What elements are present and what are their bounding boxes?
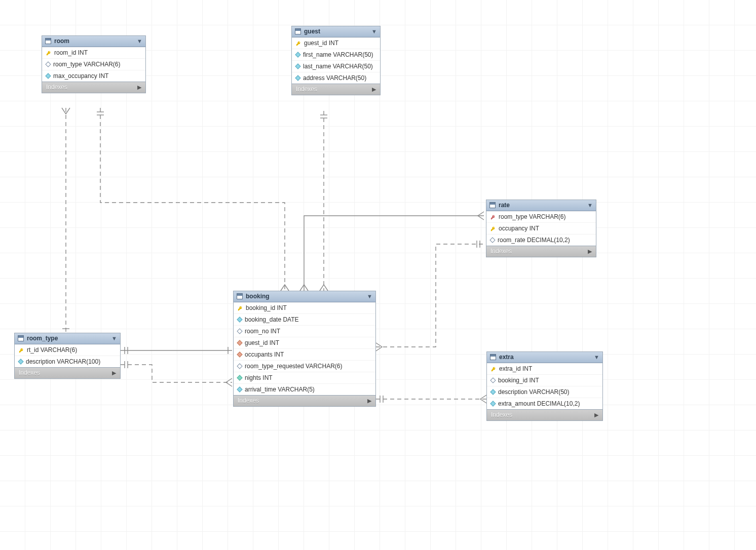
table-booking[interactable]: booking▼booking_id INTbooking_date DATEr… (233, 291, 376, 407)
column-row[interactable]: nights INT (234, 372, 375, 383)
collapse-icon[interactable]: ▼ (587, 202, 593, 208)
table-icon (489, 202, 496, 208)
column-row[interactable]: guest_id INT (292, 37, 380, 49)
column-icon (295, 52, 300, 57)
collapse-icon[interactable]: ▼ (594, 354, 599, 360)
collapse-icon[interactable]: ▼ (367, 293, 372, 299)
indexes-footer[interactable]: Indexes▶ (234, 395, 375, 406)
column-name: occupants INT (245, 351, 284, 358)
column-row[interactable]: room_type VARCHAR(6) (486, 211, 596, 222)
indexes-footer[interactable]: Indexes▶ (15, 367, 120, 378)
indexes-footer[interactable]: Indexes▶ (486, 246, 596, 257)
collapse-icon[interactable]: ▼ (371, 28, 377, 34)
column-row[interactable]: room_type_requested VARCHAR(6) (234, 360, 375, 372)
table-icon (18, 335, 24, 341)
column-icon (490, 377, 496, 383)
collapse-icon[interactable]: ▼ (137, 38, 142, 44)
table-title: booking (246, 293, 364, 300)
column-name: last_name VARCHAR(50) (303, 63, 373, 70)
column-row[interactable]: room_rate DECIMAL(10,2) (486, 234, 596, 246)
primary-key-icon (491, 366, 496, 371)
column-row[interactable]: extra_amount DECIMAL(10,2) (487, 398, 602, 409)
column-name: address VARCHAR(50) (303, 74, 366, 82)
table-header[interactable]: extra▼ (487, 352, 602, 363)
columns-list: room_type VARCHAR(6)occupancy INTroom_ra… (486, 211, 596, 246)
column-icon (237, 340, 242, 345)
table-header[interactable]: room_type▼ (15, 333, 120, 344)
columns-list: extra_id INTbooking_id INTdescription VA… (487, 363, 602, 409)
table-header[interactable]: booking▼ (234, 291, 375, 302)
column-row[interactable]: room_no INT (234, 325, 375, 337)
indexes-label: Indexes (46, 84, 67, 91)
collapse-icon[interactable]: ▼ (111, 335, 117, 341)
columns-list: guest_id INTfirst_name VARCHAR(50)last_n… (292, 37, 380, 84)
column-row[interactable]: booking_id INT (487, 374, 602, 386)
table-extra[interactable]: extra▼extra_id INTbooking_id INTdescript… (486, 351, 603, 421)
table-title: room (54, 37, 134, 45)
primary-key-icon (296, 41, 301, 46)
column-name: description VARCHAR(100) (26, 358, 100, 365)
table-title: room_type (27, 335, 108, 342)
indexes-label: Indexes (238, 397, 259, 404)
expand-icon[interactable]: ▶ (372, 86, 376, 93)
column-icon (237, 375, 242, 380)
expand-icon[interactable]: ▶ (594, 412, 598, 418)
table-rate[interactable]: rate▼room_type VARCHAR(6)occupancy INTro… (486, 200, 596, 257)
primary-key-icon (19, 347, 24, 352)
foreign-key-icon (490, 214, 496, 219)
column-icon (237, 386, 242, 392)
column-name: room_no INT (245, 328, 280, 335)
table-room_type[interactable]: room_type▼rt_id VARCHAR(6)description VA… (14, 333, 121, 379)
column-row[interactable]: address VARCHAR(50) (292, 72, 380, 84)
column-row[interactable]: guest_id INT (234, 337, 375, 348)
indexes-label: Indexes (296, 86, 317, 93)
table-header[interactable]: guest▼ (292, 26, 380, 37)
indexes-footer[interactable]: Indexes▶ (292, 84, 380, 95)
table-guest[interactable]: guest▼guest_id INTfirst_name VARCHAR(50)… (291, 26, 381, 95)
table-title: guest (304, 28, 368, 35)
column-row[interactable]: booking_id INT (234, 302, 375, 313)
column-icon (237, 363, 242, 369)
column-row[interactable]: last_name VARCHAR(50) (292, 60, 380, 72)
column-name: max_occupancy INT (53, 72, 108, 80)
table-header[interactable]: rate▼ (486, 200, 596, 211)
column-row[interactable]: occupants INT (234, 348, 375, 360)
column-row[interactable]: booking_date DATE (234, 313, 375, 325)
column-row[interactable]: arrival_time VARCHAR(5) (234, 383, 375, 395)
table-icon (295, 28, 301, 34)
table-title: extra (499, 353, 591, 361)
indexes-footer[interactable]: Indexes▶ (487, 409, 602, 420)
column-row[interactable]: room_id INT (42, 47, 145, 58)
column-name: guest_id INT (304, 40, 338, 47)
er-diagram-canvas[interactable]: room▼room_id INTroom_type VARCHAR(6)max_… (0, 0, 756, 550)
column-name: room_rate DECIMAL(10,2) (498, 237, 570, 244)
table-header[interactable]: room▼ (42, 36, 145, 47)
column-row[interactable]: first_name VARCHAR(50) (292, 49, 380, 60)
column-name: extra_id INT (499, 365, 532, 372)
indexes-footer[interactable]: Indexes▶ (42, 82, 145, 93)
column-row[interactable]: max_occupancy INT (42, 70, 145, 82)
column-name: booking_id INT (498, 377, 539, 384)
column-name: room_id INT (54, 49, 88, 56)
column-icon (295, 75, 300, 81)
column-row[interactable]: description VARCHAR(100) (15, 356, 120, 367)
column-row[interactable]: rt_id VARCHAR(6) (15, 344, 120, 356)
column-name: first_name VARCHAR(50) (303, 51, 373, 58)
column-name: occupancy INT (499, 225, 539, 232)
table-room[interactable]: room▼room_id INTroom_type VARCHAR(6)max_… (42, 35, 146, 93)
expand-icon[interactable]: ▶ (588, 248, 592, 255)
primary-key-icon (238, 305, 243, 310)
column-icon (237, 317, 242, 322)
column-name: description VARCHAR(50) (498, 388, 570, 396)
column-row[interactable]: occupancy INT (486, 222, 596, 234)
column-name: extra_amount DECIMAL(10,2) (498, 400, 580, 407)
expand-icon[interactable]: ▶ (367, 398, 371, 404)
column-name: booking_date DATE (245, 316, 299, 323)
column-row[interactable]: room_type VARCHAR(6) (42, 58, 145, 70)
expand-icon[interactable]: ▶ (112, 370, 116, 376)
columns-list: booking_id INTbooking_date DATEroom_no I… (234, 302, 375, 395)
column-row[interactable]: extra_id INT (487, 363, 602, 374)
expand-icon[interactable]: ▶ (137, 84, 141, 91)
column-row[interactable]: description VARCHAR(50) (487, 386, 602, 398)
table-icon (45, 38, 51, 44)
